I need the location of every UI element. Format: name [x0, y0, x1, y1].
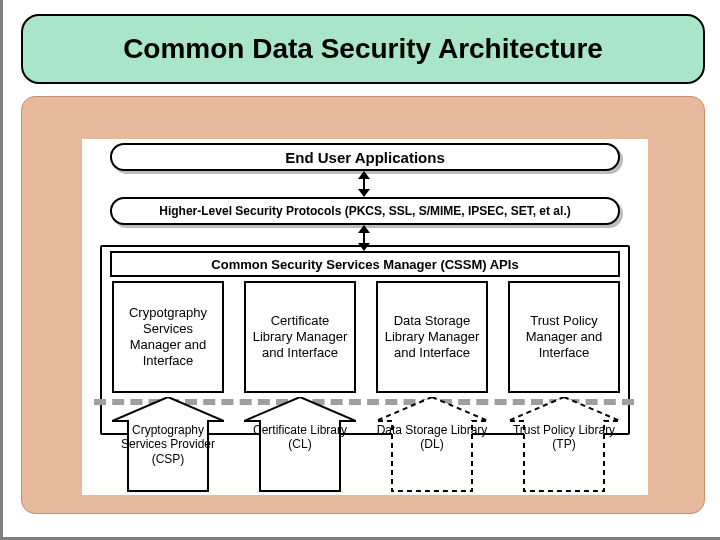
manager-box-cryptography: Crypotgraphy Services Manager and Interf… — [112, 281, 224, 393]
provider-label: Cryptography Services Provider (CSP) — [112, 423, 224, 466]
manager-label: Crypotgraphy Services Manager and Interf… — [118, 305, 218, 370]
manager-label: Trust Policy Manager and Interface — [514, 313, 614, 362]
content-panel: End User Applications Higher-Level Secur… — [21, 96, 705, 514]
provider-row: Cryptography Services Provider (CSP) Cer… — [112, 397, 618, 493]
provider-label: Certificate Library (CL) — [244, 423, 356, 452]
double-arrow-icon — [358, 171, 370, 197]
layer-label: Common Security Services Manager (CSSM) … — [211, 257, 518, 272]
manager-row: Crypotgraphy Services Manager and Interf… — [112, 281, 618, 393]
provider-arrow-dl: Data Storage Library (DL) — [376, 397, 488, 493]
manager-label: Certificate Library Manager and Interfac… — [250, 313, 350, 362]
manager-label: Data Storage Library Manager and Interfa… — [382, 313, 482, 362]
layer-label: End User Applications — [285, 149, 444, 166]
layer-label: Higher-Level Security Protocols (PKCS, S… — [159, 204, 570, 218]
slide-title: Common Data Security Architecture — [123, 33, 603, 65]
layer-security-protocols: Higher-Level Security Protocols (PKCS, S… — [110, 197, 620, 225]
manager-box-certificate: Certificate Library Manager and Interfac… — [244, 281, 356, 393]
provider-arrow-cl: Certificate Library (CL) — [244, 397, 356, 493]
manager-box-trust-policy: Trust Policy Manager and Interface — [508, 281, 620, 393]
slide-title-band: Common Data Security Architecture — [21, 14, 705, 84]
provider-arrow-csp: Cryptography Services Provider (CSP) — [112, 397, 224, 493]
slide: Common Data Security Architecture End Us… — [0, 0, 720, 540]
manager-box-data-storage: Data Storage Library Manager and Interfa… — [376, 281, 488, 393]
architecture-diagram: End User Applications Higher-Level Secur… — [82, 139, 648, 495]
layer-end-user-applications: End User Applications — [110, 143, 620, 171]
provider-label: Trust Policy Library (TP) — [508, 423, 620, 452]
layer-cssm-apis: Common Security Services Manager (CSSM) … — [110, 251, 620, 277]
provider-arrow-tp: Trust Policy Library (TP) — [508, 397, 620, 493]
provider-label: Data Storage Library (DL) — [376, 423, 488, 452]
